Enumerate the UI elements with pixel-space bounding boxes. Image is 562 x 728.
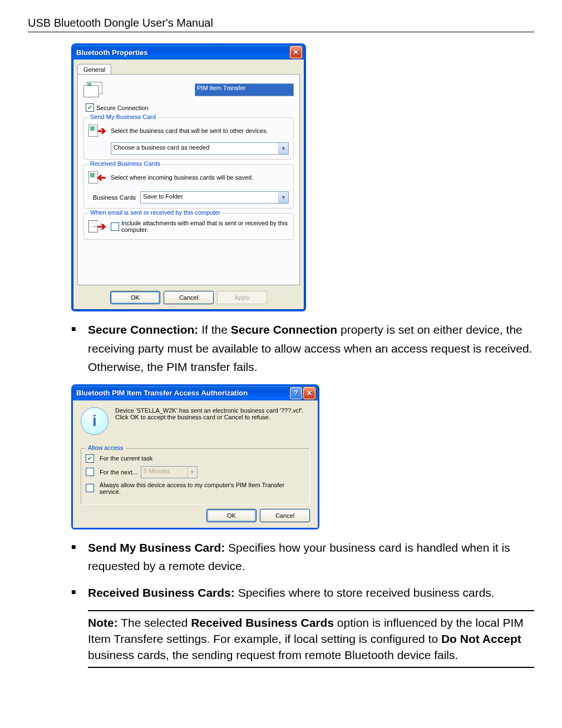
- close-icon[interactable]: ✕: [303, 387, 315, 399]
- pim-transfer-icon: [83, 81, 101, 98]
- bullet-icon: ■: [71, 320, 88, 377]
- window-title: Bluetooth PIM Item Transfer Access Autho…: [76, 389, 289, 397]
- ok-button[interactable]: OK: [110, 291, 160, 304]
- recv-card-legend: Received Business Cards: [88, 160, 162, 167]
- info-icon: i: [81, 407, 109, 435]
- note-box: Note: The selected Received Business Car…: [88, 610, 534, 668]
- send-card-icon: ➔: [88, 122, 106, 139]
- for-current-task-checkbox[interactable]: ✔: [86, 454, 94, 463]
- send-card-text: Select the business card that will be se…: [111, 127, 268, 134]
- for-next-checkbox[interactable]: [86, 468, 94, 476]
- recv-card-icon: ➔: [88, 169, 106, 186]
- include-attachments-checkbox[interactable]: [111, 222, 119, 231]
- include-attachments-label: Include attachments with email that is s…: [121, 220, 289, 233]
- bullet-icon: ■: [71, 538, 88, 576]
- cancel-button[interactable]: Cancel: [260, 509, 310, 522]
- apply-button: Apply: [217, 291, 267, 304]
- recv-card-text: Select where incoming business cards wil…: [111, 174, 253, 181]
- bullet-send-card: Send My Business Card: Specifies how you…: [88, 538, 534, 576]
- mail-icon: ➔: [88, 218, 106, 235]
- bullet-received-cards: Received Business Cards: Specifies where…: [88, 583, 534, 602]
- bullet-icon: ■: [71, 583, 88, 602]
- bluetooth-properties-window: Bluetooth Properties ✕ General PIM Item …: [71, 43, 306, 311]
- bullet-secure-connection: Secure Connection: If the Secure Connect…: [88, 320, 534, 377]
- secure-connection-label: Secure Connection: [96, 105, 149, 111]
- recv-card-combo[interactable]: Save to Folder ▼: [140, 191, 289, 204]
- window-title: Bluetooth Properties: [76, 48, 289, 57]
- pim-name-input[interactable]: PIM Item Transfer: [195, 83, 294, 96]
- send-card-combo[interactable]: Choose a business card as needed ▼: [111, 142, 289, 155]
- tab-general[interactable]: General: [77, 64, 111, 75]
- cancel-button[interactable]: Cancel: [164, 291, 214, 304]
- secure-connection-checkbox[interactable]: ✔: [86, 103, 94, 112]
- page-header: USB Bluetooth Dongle User's Manual: [28, 17, 534, 32]
- chevron-down-icon[interactable]: ▼: [278, 143, 288, 154]
- help-icon[interactable]: ?: [290, 387, 302, 399]
- for-next-combo: 5 Minutes ▼: [141, 466, 198, 478]
- always-allow-checkbox[interactable]: [86, 484, 94, 492]
- send-card-legend: Send My Business Card: [88, 113, 157, 120]
- allow-access-legend: Allow access: [86, 444, 126, 451]
- chevron-down-icon: ▼: [187, 467, 197, 478]
- for-next-label: For the next...: [100, 469, 137, 476]
- ok-button[interactable]: OK: [206, 509, 257, 522]
- business-cards-label: Business Cards: [93, 194, 136, 201]
- chevron-down-icon[interactable]: ▼: [278, 192, 288, 203]
- close-icon[interactable]: ✕: [290, 46, 302, 58]
- email-legend: When email is sent or received by this c…: [88, 209, 222, 216]
- always-allow-label: Always allow this device access to my co…: [100, 482, 305, 495]
- auth-message: Device 'STELLA_W2K' has sent an electron…: [115, 407, 310, 435]
- pim-access-auth-window: Bluetooth PIM Item Transfer Access Autho…: [71, 384, 319, 529]
- for-current-task-label: For the current task: [100, 455, 152, 462]
